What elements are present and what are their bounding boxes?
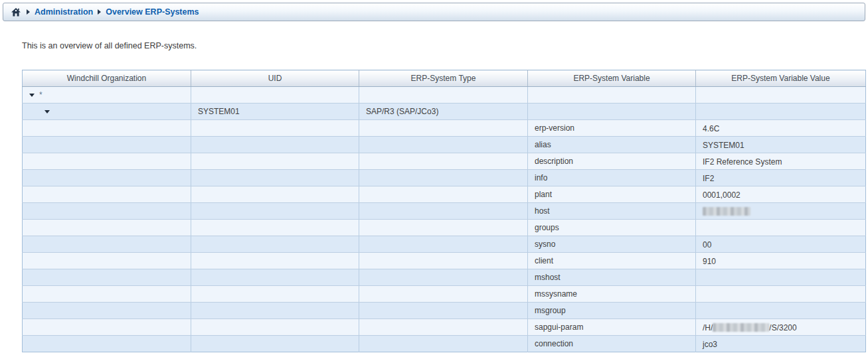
breadcrumb-separator-icon <box>98 9 101 15</box>
table-row: SYSTEM01SAP/R3 (SAP/JCo3) <box>23 104 866 120</box>
cell-uid <box>191 186 359 203</box>
cell-erp-system-variable: host <box>528 203 696 220</box>
cell-windchill-organization <box>23 336 191 352</box>
table-row: connectionjco3 <box>23 336 866 352</box>
cell-erp-system-variable-value: IF2 <box>696 170 866 186</box>
breadcrumb-item-overview-erp-systems[interactable]: Overview ERP-Systems <box>106 3 199 21</box>
table-row: msgroup <box>23 303 866 319</box>
cell-erp-system-variable <box>528 104 696 120</box>
table-row: host <box>23 203 866 220</box>
cell-erp-system-variable: plant <box>528 186 696 203</box>
cell-windchill-organization <box>23 170 191 186</box>
cell-erp-system-variable <box>528 87 696 104</box>
cell-windchill-organization <box>23 153 191 170</box>
table-row: descriptionIF2 Reference System <box>23 153 866 170</box>
expand-toggle-icon[interactable] <box>44 110 50 113</box>
table-row: mshost <box>23 269 866 286</box>
table-row: mssysname <box>23 286 866 303</box>
cell-erp-system-variable-value: jco3 <box>696 336 866 352</box>
cell-uid <box>191 203 359 220</box>
cell-erp-system-type <box>359 170 528 186</box>
cell-uid <box>191 137 359 153</box>
cell-uid <box>191 170 359 186</box>
cell-uid <box>191 303 359 319</box>
cell-erp-system-type <box>359 220 528 236</box>
cell-uid <box>191 120 359 137</box>
cell-erp-system-variable-value: 910 <box>696 253 866 269</box>
page-description: This is an overview of all defined ERP-s… <box>22 41 197 50</box>
table-row: client910 <box>23 253 866 269</box>
cell-erp-system-type <box>359 120 528 137</box>
cell-erp-system-variable: description <box>528 153 696 170</box>
breadcrumb: Administration Overview ERP-Systems <box>3 3 865 21</box>
cell-erp-system-type <box>359 286 528 303</box>
cell-erp-system-variable: sapgui-param <box>528 319 696 336</box>
table-row: erp-version4.6C <box>23 120 866 137</box>
value-text: 910 <box>703 256 716 265</box>
cell-erp-system-variable-value: 0001,0002 <box>696 186 866 203</box>
cell-windchill-organization <box>23 186 191 203</box>
cell-uid <box>191 153 359 170</box>
cell-erp-system-type <box>359 319 528 336</box>
expand-toggle-icon[interactable] <box>29 94 35 97</box>
cell-windchill-organization <box>23 104 191 120</box>
cell-erp-system-variable-value <box>696 104 866 120</box>
value-text: 00 <box>703 240 711 249</box>
cell-erp-system-variable: connection <box>528 336 696 352</box>
cell-erp-system-variable: erp-version <box>528 120 696 137</box>
cell-erp-system-variable: mssysname <box>528 286 696 303</box>
cell-windchill-organization <box>23 120 191 137</box>
cell-uid <box>191 319 359 336</box>
cell-windchill-organization: * <box>23 87 191 104</box>
cell-uid <box>191 220 359 236</box>
cell-uid <box>191 87 359 104</box>
cell-erp-system-variable: info <box>528 170 696 186</box>
cell-windchill-organization <box>23 203 191 220</box>
breadcrumb-item-administration[interactable]: Administration <box>35 3 93 21</box>
col-header-erp-system-type: ERP-System Type <box>359 70 528 87</box>
cell-erp-system-variable-value <box>696 203 866 220</box>
value-text: 4.6C <box>703 123 719 133</box>
cell-erp-system-variable-value <box>696 269 866 286</box>
col-header-uid: UID <box>191 70 359 87</box>
cell-uid <box>191 236 359 253</box>
cell-erp-system-type <box>359 203 528 220</box>
cell-uid: SYSTEM01 <box>191 104 359 120</box>
cell-erp-system-type <box>359 87 528 104</box>
cell-erp-system-type <box>359 269 528 286</box>
cell-erp-system-variable-value: SYSTEM01 <box>696 137 866 153</box>
cell-windchill-organization <box>23 236 191 253</box>
cell-windchill-organization <box>23 286 191 303</box>
cell-erp-system-variable: alias <box>528 137 696 153</box>
value-text: jco3 <box>703 339 717 348</box>
table-row: groups <box>23 220 866 236</box>
cell-erp-system-variable-value <box>696 303 866 319</box>
cell-erp-system-type <box>359 253 528 269</box>
value-text: 0001,0002 <box>703 190 740 199</box>
cell-windchill-organization <box>23 253 191 269</box>
cell-erp-system-variable-value <box>696 87 866 104</box>
cell-erp-system-variable-value <box>696 286 866 303</box>
cell-erp-system-variable-value: /H//S/3200 <box>696 319 866 336</box>
table-row: sysno00 <box>23 236 866 253</box>
org-wildcard-label: * <box>39 90 43 100</box>
cell-erp-system-variable-value: 4.6C <box>696 120 866 137</box>
col-header-erp-system-variable: ERP-System Variable <box>528 70 696 87</box>
cell-windchill-organization <box>23 137 191 153</box>
cell-erp-system-type <box>359 336 528 352</box>
cell-uid <box>191 269 359 286</box>
value-text: IF2 Reference System <box>703 157 782 166</box>
cell-erp-system-type <box>359 137 528 153</box>
cell-uid <box>191 336 359 352</box>
cell-uid <box>191 253 359 269</box>
table-header-row: Windchill Organization UID ERP-System Ty… <box>23 70 866 87</box>
table-row: sapgui-param/H//S/3200 <box>23 319 866 336</box>
cell-erp-system-variable: sysno <box>528 236 696 253</box>
home-icon[interactable] <box>10 6 22 18</box>
cell-erp-system-type: SAP/R3 (SAP/JCo3) <box>359 104 528 120</box>
cell-erp-system-variable: mshost <box>528 269 696 286</box>
value-text: IF2 <box>703 173 714 182</box>
cell-windchill-organization <box>23 303 191 319</box>
cell-windchill-organization <box>23 220 191 236</box>
cell-erp-system-variable-value: IF2 Reference System <box>696 153 866 170</box>
